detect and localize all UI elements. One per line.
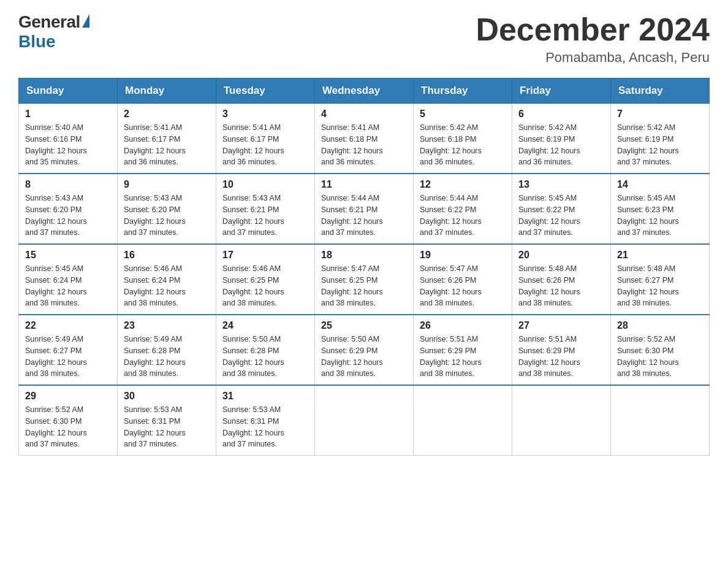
day-number: 15: [25, 250, 111, 261]
calendar-cell: 4Sunrise: 5:41 AMSunset: 6:18 PMDaylight…: [315, 104, 414, 174]
calendar-cell: 9Sunrise: 5:43 AMSunset: 6:20 PMDaylight…: [118, 174, 216, 244]
calendar-cell: 24Sunrise: 5:50 AMSunset: 6:28 PMDayligh…: [216, 315, 315, 385]
calendar-cell: 19Sunrise: 5:47 AMSunset: 6:26 PMDayligh…: [414, 244, 512, 315]
week-row-4: 22Sunrise: 5:49 AMSunset: 6:27 PMDayligh…: [19, 315, 710, 385]
calendar-cell: 27Sunrise: 5:51 AMSunset: 6:29 PMDayligh…: [512, 315, 611, 385]
weekday-header-tuesday: Tuesday: [216, 79, 315, 104]
day-number: 25: [321, 320, 407, 331]
calendar-cell: 7Sunrise: 5:42 AMSunset: 6:19 PMDaylight…: [611, 104, 710, 174]
day-number: 11: [321, 179, 407, 190]
calendar-cell: 21Sunrise: 5:48 AMSunset: 6:27 PMDayligh…: [611, 244, 710, 315]
day-number: 30: [124, 391, 210, 402]
day-number: 9: [124, 179, 210, 190]
day-number: 10: [222, 179, 308, 190]
day-number: 8: [25, 179, 111, 190]
calendar-cell: 29Sunrise: 5:52 AMSunset: 6:30 PMDayligh…: [19, 385, 118, 456]
day-info: Sunrise: 5:48 AMSunset: 6:26 PMDaylight:…: [518, 263, 604, 309]
day-number: 12: [420, 179, 506, 190]
logo: General Blue: [18, 12, 89, 52]
day-number: 21: [617, 250, 703, 261]
day-number: 26: [420, 320, 506, 331]
day-number: 4: [321, 109, 407, 120]
day-number: 27: [518, 320, 604, 331]
weekday-header-thursday: Thursday: [414, 79, 512, 104]
day-info: Sunrise: 5:46 AMSunset: 6:24 PMDaylight:…: [124, 263, 210, 309]
location-title: Pomabamba, Ancash, Peru: [476, 50, 710, 66]
calendar-cell: [512, 385, 611, 456]
day-info: Sunrise: 5:41 AMSunset: 6:17 PMDaylight:…: [124, 122, 210, 168]
weekday-header-saturday: Saturday: [611, 79, 710, 104]
calendar-cell: 22Sunrise: 5:49 AMSunset: 6:27 PMDayligh…: [19, 315, 118, 385]
day-info: Sunrise: 5:52 AMSunset: 6:30 PMDaylight:…: [25, 404, 111, 450]
calendar-cell: 26Sunrise: 5:51 AMSunset: 6:29 PMDayligh…: [414, 315, 512, 385]
day-number: 16: [124, 250, 210, 261]
day-info: Sunrise: 5:44 AMSunset: 6:22 PMDaylight:…: [420, 193, 506, 239]
day-number: 3: [222, 109, 308, 120]
day-number: 19: [420, 250, 506, 261]
day-info: Sunrise: 5:48 AMSunset: 6:27 PMDaylight:…: [617, 263, 703, 309]
day-info: Sunrise: 5:40 AMSunset: 6:16 PMDaylight:…: [25, 122, 111, 168]
day-info: Sunrise: 5:50 AMSunset: 6:28 PMDaylight:…: [222, 334, 308, 380]
month-title: December 2024: [476, 12, 710, 47]
weekday-header-row: SundayMondayTuesdayWednesdayThursdayFrid…: [19, 79, 710, 104]
day-info: Sunrise: 5:47 AMSunset: 6:25 PMDaylight:…: [321, 263, 407, 309]
calendar-cell: 31Sunrise: 5:53 AMSunset: 6:31 PMDayligh…: [216, 385, 315, 456]
calendar-cell: [414, 385, 512, 456]
logo-blue-text: Blue: [18, 32, 56, 52]
day-number: 20: [518, 250, 604, 261]
page-header: General Blue December 2024 Pomabamba, An…: [18, 12, 710, 66]
day-info: Sunrise: 5:45 AMSunset: 6:24 PMDaylight:…: [25, 263, 111, 309]
day-number: 23: [124, 320, 210, 331]
week-row-2: 8Sunrise: 5:43 AMSunset: 6:20 PMDaylight…: [19, 174, 710, 244]
weekday-header-wednesday: Wednesday: [315, 79, 414, 104]
calendar-cell: 30Sunrise: 5:53 AMSunset: 6:31 PMDayligh…: [118, 385, 216, 456]
day-info: Sunrise: 5:43 AMSunset: 6:20 PMDaylight:…: [124, 193, 210, 239]
day-info: Sunrise: 5:43 AMSunset: 6:20 PMDaylight:…: [25, 193, 111, 239]
day-info: Sunrise: 5:50 AMSunset: 6:29 PMDaylight:…: [321, 334, 407, 380]
day-number: 5: [420, 109, 506, 120]
day-info: Sunrise: 5:51 AMSunset: 6:29 PMDaylight:…: [420, 334, 506, 380]
week-row-5: 29Sunrise: 5:52 AMSunset: 6:30 PMDayligh…: [19, 385, 710, 456]
calendar-cell: 11Sunrise: 5:44 AMSunset: 6:21 PMDayligh…: [315, 174, 414, 244]
day-number: 22: [25, 320, 111, 331]
calendar-cell: 25Sunrise: 5:50 AMSunset: 6:29 PMDayligh…: [315, 315, 414, 385]
calendar-cell: 20Sunrise: 5:48 AMSunset: 6:26 PMDayligh…: [512, 244, 611, 315]
calendar-cell: 18Sunrise: 5:47 AMSunset: 6:25 PMDayligh…: [315, 244, 414, 315]
day-info: Sunrise: 5:42 AMSunset: 6:18 PMDaylight:…: [420, 122, 506, 168]
day-info: Sunrise: 5:45 AMSunset: 6:22 PMDaylight:…: [518, 193, 604, 239]
day-number: 7: [617, 109, 703, 120]
calendar-cell: 3Sunrise: 5:41 AMSunset: 6:17 PMDaylight…: [216, 104, 315, 174]
day-number: 31: [222, 391, 308, 402]
title-area: December 2024 Pomabamba, Ancash, Peru: [476, 12, 710, 66]
day-info: Sunrise: 5:49 AMSunset: 6:28 PMDaylight:…: [124, 334, 210, 380]
calendar-cell: 28Sunrise: 5:52 AMSunset: 6:30 PMDayligh…: [611, 315, 710, 385]
day-info: Sunrise: 5:46 AMSunset: 6:25 PMDaylight:…: [222, 263, 308, 309]
day-info: Sunrise: 5:53 AMSunset: 6:31 PMDaylight:…: [222, 404, 308, 450]
calendar-cell: 10Sunrise: 5:43 AMSunset: 6:21 PMDayligh…: [216, 174, 315, 244]
week-row-3: 15Sunrise: 5:45 AMSunset: 6:24 PMDayligh…: [19, 244, 710, 315]
calendar-cell: 2Sunrise: 5:41 AMSunset: 6:17 PMDaylight…: [118, 104, 216, 174]
day-info: Sunrise: 5:45 AMSunset: 6:23 PMDaylight:…: [617, 193, 703, 239]
day-number: 17: [222, 250, 308, 261]
calendar-cell: 14Sunrise: 5:45 AMSunset: 6:23 PMDayligh…: [611, 174, 710, 244]
calendar-cell: [611, 385, 710, 456]
calendar-table: SundayMondayTuesdayWednesdayThursdayFrid…: [18, 78, 710, 456]
weekday-header-sunday: Sunday: [19, 79, 118, 104]
day-number: 13: [518, 179, 604, 190]
calendar-cell: 6Sunrise: 5:42 AMSunset: 6:19 PMDaylight…: [512, 104, 611, 174]
day-info: Sunrise: 5:49 AMSunset: 6:27 PMDaylight:…: [25, 334, 111, 380]
calendar-cell: 8Sunrise: 5:43 AMSunset: 6:20 PMDaylight…: [19, 174, 118, 244]
logo-triangle-icon: [82, 14, 89, 28]
day-number: 1: [25, 109, 111, 120]
day-number: 29: [25, 391, 111, 402]
day-info: Sunrise: 5:44 AMSunset: 6:21 PMDaylight:…: [321, 193, 407, 239]
calendar-cell: 12Sunrise: 5:44 AMSunset: 6:22 PMDayligh…: [414, 174, 512, 244]
day-info: Sunrise: 5:42 AMSunset: 6:19 PMDaylight:…: [518, 122, 604, 168]
weekday-header-friday: Friday: [512, 79, 611, 104]
day-info: Sunrise: 5:42 AMSunset: 6:19 PMDaylight:…: [617, 122, 703, 168]
day-info: Sunrise: 5:43 AMSunset: 6:21 PMDaylight:…: [222, 193, 308, 239]
day-info: Sunrise: 5:52 AMSunset: 6:30 PMDaylight:…: [617, 334, 703, 380]
logo-general-text: General: [18, 12, 80, 32]
day-number: 18: [321, 250, 407, 261]
day-number: 14: [617, 179, 703, 190]
